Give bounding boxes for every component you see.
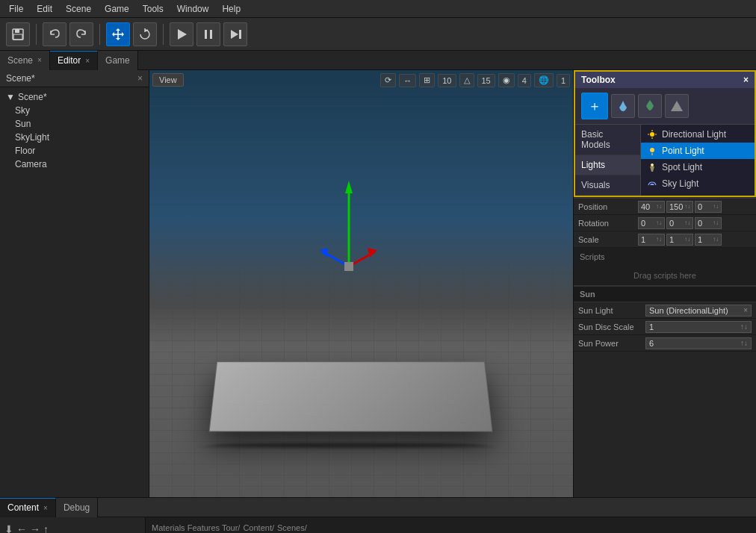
tab-debug[interactable]: Debug bbox=[56, 498, 98, 517]
menu-window[interactable]: Window bbox=[171, 2, 215, 16]
position-z-input[interactable]: 0 ↑↓ bbox=[695, 201, 722, 213]
rotation-x-edit[interactable]: ↑↓ bbox=[656, 219, 662, 226]
toolbox-add-icon[interactable]: ＋ bbox=[581, 93, 608, 119]
tree-camera[interactable]: Camera bbox=[0, 158, 149, 171]
sun-light-row: Sun Light Sun (DirectionalLight) × bbox=[574, 302, 756, 319]
toolbox-cat-basic-models[interactable]: Basic Models bbox=[575, 125, 640, 155]
svg-rect-2 bbox=[13, 34, 22, 40]
file-nav-up[interactable]: ↑ bbox=[43, 523, 49, 533]
vp-angle-num[interactable]: 15 bbox=[477, 74, 495, 87]
viewport[interactable]: View ⟳ ↔ ⊞ 10 △ 15 ◉ 4 🌐 1 bbox=[149, 70, 573, 497]
view-button[interactable]: View bbox=[152, 73, 184, 87]
scale-y-input[interactable]: 1 ↑↓ bbox=[666, 234, 693, 246]
tab-scene[interactable]: Scene × bbox=[0, 51, 50, 70]
vp-globe-icon[interactable]: 🌐 bbox=[534, 73, 554, 87]
toolbox-directional-light[interactable]: Directional Light bbox=[641, 126, 755, 143]
sun-light-value-field[interactable]: Sun (DirectionalLight) × bbox=[645, 305, 752, 317]
vp-circle-icon[interactable]: ◉ bbox=[498, 73, 515, 87]
content-tab-label: Content bbox=[7, 502, 39, 513]
position-y-edit[interactable]: ↑↓ bbox=[684, 203, 690, 210]
menu-game[interactable]: Game bbox=[99, 2, 135, 16]
sun-disc-value-field[interactable]: 1 ↑↓ bbox=[645, 321, 752, 333]
scene-tab-close[interactable]: × bbox=[37, 56, 42, 64]
menu-scene[interactable]: Scene bbox=[60, 2, 97, 16]
scale-z-input[interactable]: 1 ↑↓ bbox=[695, 234, 722, 246]
scale-y-edit[interactable]: ↑↓ bbox=[684, 236, 690, 243]
position-z-edit[interactable]: ↑↓ bbox=[713, 203, 719, 210]
drag-scripts-area[interactable]: Drag scripts here bbox=[574, 266, 756, 286]
toolbox-point-light[interactable]: Point Light bbox=[641, 143, 755, 159]
toolbox-cat-lights[interactable]: Lights bbox=[575, 155, 640, 175]
breadcrumb-scenes[interactable]: Scenes/ bbox=[277, 523, 307, 532]
file-nav-back[interactable]: ← bbox=[16, 523, 27, 533]
breadcrumb-materials[interactable]: Materials Features Tour/ bbox=[152, 523, 240, 532]
toolbox-mountain-icon[interactable] bbox=[665, 94, 689, 118]
file-nav-download[interactable]: ⬇ bbox=[4, 523, 13, 533]
vp-field-num[interactable]: 4 bbox=[518, 74, 531, 87]
vp-angle-icon[interactable]: △ bbox=[459, 73, 474, 87]
position-y-input[interactable]: 150 ↑↓ bbox=[666, 201, 693, 213]
tab-editor[interactable]: Editor × bbox=[50, 51, 98, 70]
rotation-y-edit[interactable]: ↑↓ bbox=[684, 219, 690, 226]
scale-x-edit[interactable]: ↑↓ bbox=[656, 236, 662, 243]
menu-file[interactable]: File bbox=[3, 2, 29, 16]
scale-y-value: 1 bbox=[669, 235, 674, 244]
undo-button[interactable] bbox=[43, 22, 66, 46]
vp-sync-icon[interactable]: ⟳ bbox=[380, 73, 396, 87]
menu-tools[interactable]: Tools bbox=[137, 2, 170, 16]
game-tab-label: Game bbox=[105, 55, 130, 66]
position-x-input[interactable]: 40 ↑↓ bbox=[638, 201, 665, 213]
editor-tab-close[interactable]: × bbox=[85, 57, 90, 65]
play-button[interactable] bbox=[170, 22, 193, 46]
sun-power-edit-icon[interactable]: ↑↓ bbox=[740, 339, 748, 347]
toolbox-spot-light[interactable]: Spot Light bbox=[641, 159, 755, 175]
tree-floor[interactable]: Floor bbox=[0, 144, 149, 158]
move-button[interactable] bbox=[106, 22, 130, 46]
position-label: Position bbox=[578, 202, 638, 211]
toolbox-item-list: Directional Light Point Light Spot Light… bbox=[641, 125, 755, 196]
sun-light-clear[interactable]: × bbox=[743, 306, 748, 314]
toolbox-sky-light[interactable]: Sky Light bbox=[641, 175, 755, 192]
rotate-button[interactable] bbox=[133, 22, 157, 46]
vp-grid-num[interactable]: 10 bbox=[438, 74, 456, 87]
toolbox-drop-icon[interactable] bbox=[611, 94, 635, 118]
rotation-x-input[interactable]: 0 ↑↓ bbox=[638, 217, 665, 229]
vp-resize-icon[interactable]: ↔ bbox=[399, 74, 416, 87]
vp-grid-icon[interactable]: ⊞ bbox=[419, 73, 435, 87]
tab-game[interactable]: Game bbox=[98, 51, 138, 70]
toolbox-cat-visuals[interactable]: Visuals bbox=[575, 175, 640, 196]
tree-sun[interactable]: Sun bbox=[0, 117, 149, 131]
content-tab-close[interactable]: × bbox=[43, 504, 48, 512]
sun-disc-edit-icon[interactable]: ↑↓ bbox=[740, 322, 748, 331]
sun-label: Sun bbox=[15, 119, 31, 129]
bottom-panel: Content × Debug ⬇ ← → ↑ ▼ 📁 Content ▶ 📁 bbox=[0, 497, 756, 533]
menu-edit[interactable]: Edit bbox=[31, 2, 58, 16]
toolbar-sep-3 bbox=[163, 24, 164, 45]
sun-disc-label: Sun Disc Scale bbox=[578, 322, 645, 331]
scene-panel-close[interactable]: × bbox=[137, 73, 143, 84]
redo-button[interactable] bbox=[69, 22, 93, 46]
scale-x-input[interactable]: 1 ↑↓ bbox=[638, 234, 665, 246]
toolbox-close[interactable]: × bbox=[743, 75, 749, 85]
tab-content[interactable]: Content × bbox=[0, 498, 56, 517]
sun-power-value-field[interactable]: 6 ↑↓ bbox=[645, 337, 752, 349]
breadcrumb-content[interactable]: Content/ bbox=[243, 523, 274, 532]
tree-sky[interactable]: Sky bbox=[0, 104, 149, 117]
step-button[interactable] bbox=[223, 22, 247, 46]
tree-root[interactable]: ▼ Scene* bbox=[0, 90, 149, 104]
rotation-z-input[interactable]: 0 ↑↓ bbox=[695, 217, 722, 229]
tree-skylight[interactable]: SkyLight bbox=[0, 131, 149, 144]
scale-z-edit[interactable]: ↑↓ bbox=[713, 236, 719, 243]
scale-label: Scale bbox=[578, 235, 638, 244]
file-nav-forward[interactable]: → bbox=[30, 523, 40, 533]
file-nav-bar: ⬇ ← → ↑ bbox=[0, 520, 145, 533]
pause-button[interactable] bbox=[196, 22, 220, 46]
save-button[interactable] bbox=[6, 22, 30, 46]
toolbox-tree-icon[interactable] bbox=[638, 94, 662, 118]
menu-help[interactable]: Help bbox=[216, 2, 247, 16]
rotation-z-edit[interactable]: ↑↓ bbox=[713, 219, 719, 226]
sky-light-label: Sky Light bbox=[662, 178, 698, 189]
rotation-y-input[interactable]: 0 ↑↓ bbox=[666, 217, 693, 229]
vp-last-num[interactable]: 1 bbox=[557, 74, 570, 87]
position-x-edit[interactable]: ↑↓ bbox=[656, 203, 662, 210]
